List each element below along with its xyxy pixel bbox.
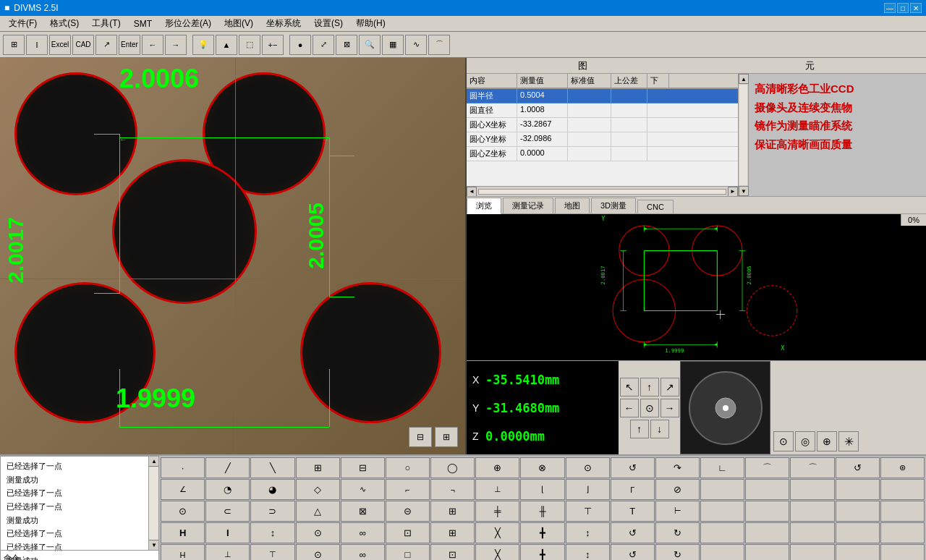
tg-corner[interactable]: ∟: [700, 457, 744, 478]
tg-line2[interactable]: ╲: [250, 457, 294, 478]
tg-empty3[interactable]: [790, 479, 834, 500]
tg-r7[interactable]: [880, 501, 925, 522]
tg-rot[interactable]: ↺: [611, 522, 655, 543]
tg-line3[interactable]: ⊥: [475, 479, 519, 500]
tb-btn-enter[interactable]: Enter: [119, 35, 140, 55]
tg-r18[interactable]: □: [386, 544, 430, 560]
tb-btn-plusminus[interactable]: +−: [262, 35, 284, 55]
tg-r16[interactable]: ⊙: [296, 544, 340, 560]
menu-settings[interactable]: 设置(S): [308, 16, 349, 31]
nav-up[interactable]: ↑: [640, 378, 659, 396]
tg-r19[interactable]: ⊡: [430, 544, 475, 560]
tg-arc5[interactable]: ↺: [836, 457, 880, 478]
tg-cross2[interactable]: ╫: [520, 501, 564, 522]
tb-btn-pattern[interactable]: ▦: [382, 35, 404, 55]
tg-minus-circ[interactable]: ⊝: [386, 501, 430, 522]
tg-t-left[interactable]: T: [611, 501, 655, 522]
nav-right[interactable]: →: [660, 399, 679, 417]
tg-i[interactable]: I: [205, 522, 250, 543]
tg-special[interactable]: ⊛: [880, 457, 925, 478]
tb-btn-cursor[interactable]: I: [26, 35, 48, 55]
tg-dot[interactable]: ⊙: [296, 522, 340, 543]
nav-left[interactable]: ←: [620, 399, 639, 417]
menu-help[interactable]: 帮助(H): [350, 16, 391, 31]
menu-tools[interactable]: 工具(T): [86, 16, 126, 31]
tg-rot2[interactable]: ↻: [655, 522, 700, 543]
menu-tolerance[interactable]: 形位公差(A): [159, 16, 217, 31]
tg-diamond[interactable]: ◇: [296, 479, 340, 500]
tg-arc3[interactable]: ⌒: [745, 457, 789, 478]
table-row-2[interactable]: 圆直径 1.0008: [467, 103, 738, 118]
log-scroll-down[interactable]: ▼: [149, 540, 159, 550]
tb-btn-home[interactable]: ⊞: [3, 35, 25, 55]
menu-map[interactable]: 地图(V): [218, 16, 259, 31]
tb-btn-excel[interactable]: Excel: [49, 35, 71, 55]
tg-r20[interactable]: ╳: [475, 544, 519, 560]
tool-circle-4[interactable]: ✳: [838, 431, 859, 451]
tg-oval2[interactable]: ◕: [250, 479, 294, 500]
tg-r5[interactable]: [790, 501, 834, 522]
tg-circ6[interactable]: ⊠: [341, 501, 385, 522]
tg-curve2[interactable]: ⊃: [250, 501, 294, 522]
tg-updown[interactable]: ↕: [250, 522, 294, 543]
cam-btn-1[interactable]: ⊟: [409, 427, 432, 447]
menu-coordsys[interactable]: 坐标系统: [260, 16, 307, 31]
tb-btn-resize[interactable]: ⤢: [313, 35, 334, 55]
menu-file[interactable]: 文件(F): [3, 16, 43, 31]
tg-line4[interactable]: ⌊: [520, 479, 564, 500]
tg-rect2[interactable]: ⊟: [341, 457, 385, 478]
table-row-1[interactable]: 圆半径 0.5004: [467, 89, 738, 103]
tg-ud2[interactable]: ↕: [566, 522, 610, 543]
tg-r15[interactable]: ⊤: [250, 544, 294, 560]
cam-btn-2[interactable]: ⊞: [435, 427, 458, 447]
tab-map[interactable]: 地图: [555, 198, 590, 213]
tg-r6[interactable]: [836, 501, 880, 522]
tg-circle[interactable]: ○: [386, 457, 430, 478]
tg-r12[interactable]: [880, 522, 925, 543]
tg-r14[interactable]: ⊥: [205, 544, 250, 560]
tb-btn-right-arrow[interactable]: →: [165, 35, 187, 55]
tg-point[interactable]: ·: [161, 457, 205, 478]
tg-r17[interactable]: ∞: [341, 544, 385, 560]
tg-empty4[interactable]: [836, 479, 880, 500]
tb-btn-left-arrow[interactable]: ←: [142, 35, 163, 55]
tg-r24[interactable]: ↻: [655, 544, 700, 560]
tb-btn-ruler[interactable]: ⊠: [336, 35, 357, 55]
tg-arc[interactable]: ↺: [611, 457, 655, 478]
tb-btn-cad[interactable]: CAD: [72, 35, 94, 55]
tg-r8[interactable]: [700, 522, 744, 543]
tg-empty2[interactable]: [745, 479, 789, 500]
tg-r26[interactable]: [745, 544, 789, 560]
tg-plus[interactable]: ╋: [520, 522, 564, 543]
tg-circ4[interactable]: ⊙: [566, 457, 610, 478]
nav-up-left[interactable]: ↖: [620, 378, 639, 396]
tg-t-top[interactable]: ⊤: [566, 501, 610, 522]
tg-circ5[interactable]: ⊙: [161, 501, 205, 522]
menu-smt[interactable]: SMT: [128, 17, 158, 30]
nav-z-down[interactable]: ↓: [650, 420, 669, 438]
tb-btn-light[interactable]: 💡: [192, 35, 214, 55]
tg-r13[interactable]: H: [161, 544, 205, 560]
tg-r23[interactable]: ↺: [611, 544, 655, 560]
nav-center[interactable]: ⊙: [640, 399, 659, 417]
tb-btn-circle-fill[interactable]: ●: [289, 35, 311, 55]
tg-slash[interactable]: ⊘: [655, 479, 700, 500]
tg-curve[interactable]: ⊂: [205, 501, 250, 522]
log-scroll-up[interactable]: ▲: [149, 457, 159, 467]
close-button[interactable]: ✕: [910, 3, 922, 13]
tg-plus-circ[interactable]: ⊞: [430, 501, 475, 522]
tab-browse[interactable]: 浏览: [467, 198, 501, 214]
tb-btn-grid[interactable]: ⬚: [239, 35, 260, 55]
tg-r3[interactable]: [700, 501, 744, 522]
tb-btn-arc[interactable]: ⌒: [428, 35, 450, 55]
scroll-down[interactable]: ▼: [739, 186, 749, 196]
scroll-right[interactable]: ►: [728, 187, 738, 197]
tg-circle2[interactable]: ◯: [430, 457, 475, 478]
tg-sq2[interactable]: ⊞: [430, 522, 475, 543]
tg-r29[interactable]: [880, 544, 925, 560]
tg-r22[interactable]: ↕: [566, 544, 610, 560]
maximize-button[interactable]: □: [897, 3, 909, 13]
tg-cross[interactable]: ╪: [475, 501, 519, 522]
table-row-5[interactable]: 圆心Z坐标 0.0000: [467, 147, 738, 161]
tg-r21[interactable]: ╋: [520, 544, 564, 560]
